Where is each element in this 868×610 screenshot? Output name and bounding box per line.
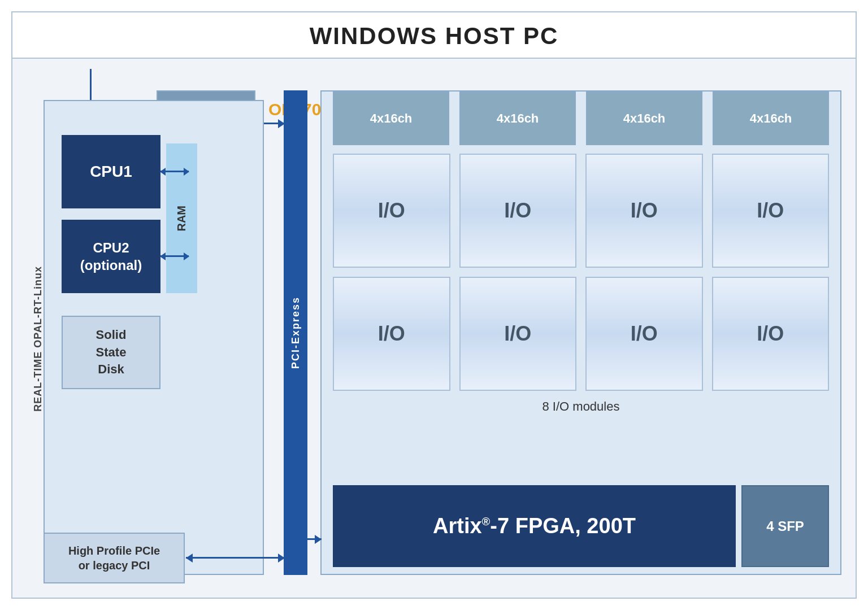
ch-box-3-label: 4x16ch <box>623 111 666 126</box>
fpga-label: Artix®-7 FPGA, 200T <box>433 514 636 538</box>
sfp-box: 4 SFP <box>741 485 829 567</box>
io-modules-label: 8 I/O modules <box>322 399 840 414</box>
pcie-bar: PCI-Express <box>284 90 307 575</box>
ethernet-line <box>90 69 92 101</box>
ch-box-1: 4x16ch <box>333 91 449 145</box>
cpu1-box: CPU1 <box>62 135 160 208</box>
io-module-2: I/O <box>459 154 577 268</box>
high-profile-pcie-box: High Profile PCIeor legacy PCI <box>44 533 185 583</box>
ch-box-2-label: 4x16ch <box>497 111 539 126</box>
high-profile-label: High Profile PCIeor legacy PCI <box>68 543 160 573</box>
io-panel: 4x16ch 4x16ch 4x16ch 4x16ch I/O I/O I/O … <box>320 90 841 575</box>
realtime-label-text: REAL-TIME OPAL-RT-Linux <box>32 266 44 412</box>
io-module-1: I/O <box>333 154 450 268</box>
io-module-7: I/O <box>585 277 703 391</box>
cpu1-ram-arrow <box>160 171 189 172</box>
realtime-label-container: REAL-TIME OPAL-RT-Linux <box>29 114 46 564</box>
ram-label: RAM <box>175 206 188 232</box>
main-container: WINDOWS HOST PC Ethernet Low ProfilePCIe… <box>0 0 868 610</box>
io-module-6: I/O <box>459 277 577 391</box>
cpu2-box: CPU2(optional) <box>62 220 160 293</box>
ssd-label: SolidStateDisk <box>96 326 127 378</box>
ch-box-2: 4x16ch <box>459 91 576 145</box>
pcie-label: PCI-Express <box>290 297 302 369</box>
windows-host-box: WINDOWS HOST PC Ethernet Low ProfilePCIe… <box>11 11 857 599</box>
ssd-box: SolidStateDisk <box>62 316 160 389</box>
pcie-to-fpga-arrow <box>284 538 322 540</box>
rt-linux-box: CPU1 CPU2(optional) RAM SolidStateDisk <box>44 100 264 575</box>
io-module-4: I/O <box>712 154 830 268</box>
ch-box-3: 4x16ch <box>586 91 702 145</box>
hp-to-pcie-arrow <box>186 557 285 559</box>
io-grid: I/O I/O I/O I/O I/O I/O I/O I/O <box>333 154 829 391</box>
ch-boxes-row: 4x16ch 4x16ch 4x16ch 4x16ch <box>333 91 829 145</box>
sfp-label: 4 SFP <box>766 518 804 534</box>
ch-box-1-label: 4x16ch <box>370 111 413 126</box>
cpu2-ram-arrow <box>160 255 189 257</box>
fpga-box: Artix®-7 FPGA, 200T <box>333 485 736 567</box>
page-title: WINDOWS HOST PC <box>12 12 856 59</box>
io-module-5: I/O <box>333 277 450 391</box>
ram-box: RAM <box>166 143 197 293</box>
cpu1-label: CPU1 <box>90 163 132 181</box>
io-module-3: I/O <box>585 154 703 268</box>
io-module-8: I/O <box>712 277 830 391</box>
ch-box-4: 4x16ch <box>713 91 829 145</box>
ch-box-4-label: 4x16ch <box>750 111 792 126</box>
cpu2-label: CPU2(optional) <box>80 239 142 274</box>
